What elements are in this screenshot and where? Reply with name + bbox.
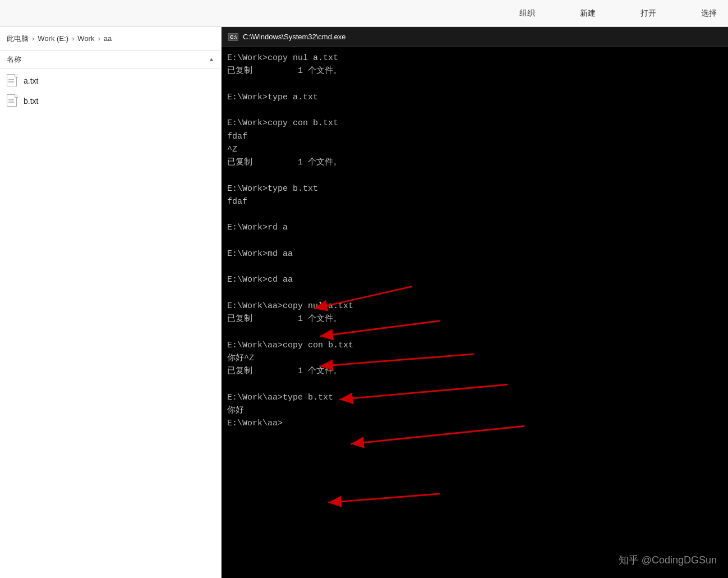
- toolbar: 组织 新建 打开 选择: [0, 0, 728, 27]
- sort-arrow-icon: ▲: [209, 56, 214, 62]
- cmd-line: 已复制 1 个文件。: [227, 365, 722, 378]
- cmd-line: 已复制 1 个文件。: [227, 313, 722, 325]
- cmd-line: fdaf: [227, 195, 722, 208]
- cmd-line: 已复制 1 个文件。: [227, 156, 722, 169]
- file-name-btxt: b.txt: [24, 97, 38, 105]
- file-icon-line4: [8, 102, 14, 103]
- cmd-line: 你好^Z: [227, 352, 722, 365]
- cmd-line: [227, 287, 722, 300]
- cmd-line: E:\Work>cd aa: [227, 273, 722, 286]
- cmd-line: E:\Work>copy con b.txt: [227, 117, 722, 130]
- breadcrumb-part-1: Work (E:): [38, 34, 68, 43]
- file-item-atxt[interactable]: a.txt: [0, 71, 221, 91]
- file-panel: 此电脑 › Work (E:) › Work › aa 名称 ▲ a.txt: [0, 27, 222, 578]
- file-name-atxt: a.txt: [24, 76, 38, 85]
- breadcrumb-part-3: aa: [104, 34, 112, 43]
- breadcrumb-part-0: 此电脑: [7, 34, 29, 44]
- breadcrumb-sep-1: ›: [72, 34, 74, 43]
- cmd-line: 已复制 1 个文件。: [227, 65, 722, 77]
- cmd-line: [227, 235, 722, 247]
- column-name-label: 名称: [7, 54, 21, 65]
- cmd-panel: C:\ C:\Windows\System32\cmd.exe E:\Work>…: [222, 27, 728, 578]
- cmd-line: [227, 208, 722, 221]
- cmd-titlebar: C:\ C:\Windows\System32\cmd.exe: [222, 27, 728, 47]
- cmd-line: [227, 260, 722, 273]
- file-icon-fold: [15, 74, 18, 77]
- cmd-line: E:\Work>md aa: [227, 247, 722, 260]
- cmd-line: [227, 169, 722, 182]
- breadcrumb-sep-0: ›: [32, 34, 34, 43]
- cmd-line: E:\Work\aa>type b.txt: [227, 391, 722, 404]
- watermark: 知乎 @CodingDGSun: [619, 553, 717, 567]
- toolbar-organize[interactable]: 组织: [519, 8, 535, 19]
- file-icon-btxt: [7, 94, 18, 108]
- cmd-icon: C:\: [228, 33, 238, 41]
- column-header[interactable]: 名称 ▲: [0, 51, 221, 68]
- breadcrumb-part-2: Work: [77, 34, 94, 43]
- cmd-title-text: C:\Windows\System32\cmd.exe: [243, 33, 346, 41]
- file-icon-line2: [8, 81, 14, 82]
- breadcrumb[interactable]: 此电脑 › Work (E:) › Work › aa: [0, 27, 221, 51]
- cmd-line: E:\Work>copy nul a.txt: [227, 52, 722, 65]
- toolbar-select[interactable]: 选择: [701, 8, 717, 19]
- cmd-line: E:\Work\aa>: [227, 417, 722, 430]
- cmd-line: E:\Work\aa>copy con b.txt: [227, 339, 722, 352]
- cmd-content[interactable]: E:\Work>copy nul a.txt已复制 1 个文件。 E:\Work…: [222, 47, 728, 578]
- file-icon-line3: [8, 99, 14, 100]
- file-item-btxt[interactable]: b.txt: [0, 91, 221, 111]
- cmd-line: E:\Work>rd a: [227, 221, 722, 234]
- breadcrumb-sep-2: ›: [98, 34, 100, 43]
- main-area: 此电脑 › Work (E:) › Work › aa 名称 ▲ a.txt: [0, 27, 728, 578]
- cmd-line: ^Z: [227, 143, 722, 156]
- file-list: a.txt b.txt: [0, 68, 221, 578]
- cmd-line: [227, 104, 722, 117]
- cmd-line: [227, 378, 722, 391]
- cmd-line: fdaf: [227, 130, 722, 143]
- cmd-line: [227, 78, 722, 91]
- cmd-line: [227, 325, 722, 338]
- file-icon-line1: [8, 79, 14, 80]
- toolbar-new[interactable]: 新建: [580, 8, 596, 19]
- cmd-line: E:\Work\aa>copy nul a.txt: [227, 300, 722, 313]
- cmd-line: E:\Work>type a.txt: [227, 91, 722, 104]
- file-icon-atxt: [7, 74, 18, 88]
- cmd-line: 你好: [227, 404, 722, 417]
- toolbar-open[interactable]: 打开: [641, 8, 656, 19]
- cmd-line: E:\Work>type b.txt: [227, 182, 722, 195]
- file-icon-fold-b: [15, 94, 18, 98]
